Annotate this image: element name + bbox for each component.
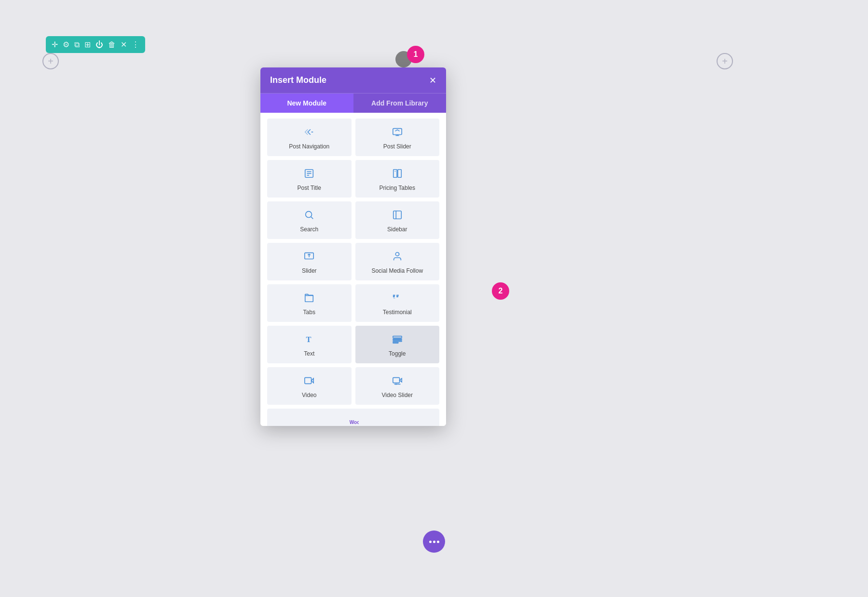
post-nav-icon [304, 127, 314, 139]
add-column-left-button[interactable]: + [42, 53, 59, 69]
video-slider-label: Video Slider [382, 392, 413, 398]
tabs-icon [304, 292, 314, 305]
svg-point-17 [395, 252, 399, 256]
post-navigation-label: Post Navigation [289, 143, 329, 150]
sidebar-icon [392, 210, 403, 222]
module-row-2: Post Title Pricing Tables [267, 160, 439, 198]
svg-rect-27 [393, 378, 400, 383]
search-label: Search [300, 226, 318, 233]
dot-3 [437, 541, 439, 543]
module-item-post-slider[interactable]: Post Slider [355, 119, 440, 156]
svg-rect-22 [393, 339, 402, 340]
svg-text:T: T [306, 335, 312, 344]
search-icon [304, 210, 314, 222]
module-row-6: T Text Toggle [267, 326, 439, 363]
svg-point-11 [306, 212, 312, 218]
bottom-dots-button[interactable] [423, 531, 445, 553]
toggle-label: Toggle [389, 350, 406, 357]
toggle-icon [392, 334, 403, 346]
modal-title: Insert Module [270, 75, 326, 85]
tab-add-from-library[interactable]: Add From Library [353, 93, 447, 113]
module-grid: Post Navigation Post Slider Post Title [260, 113, 446, 426]
module-tabs: New Module Add From Library [260, 93, 446, 113]
video-slider-icon [392, 375, 403, 388]
svg-rect-8 [393, 170, 397, 178]
module-item-testimonial[interactable]: " Testimonial [355, 284, 440, 322]
close-icon[interactable]: ✕ [121, 40, 127, 49]
module-row-4: Slider Social Media Follow [267, 243, 439, 280]
post-title-label: Post Title [298, 185, 321, 191]
modal-header: Insert Module ✕ [260, 67, 446, 93]
video-icon [304, 375, 314, 388]
video-label: Video [302, 392, 316, 398]
svg-point-30 [395, 384, 397, 385]
add-column-right-button[interactable]: + [717, 53, 733, 69]
module-item-sidebar[interactable]: Sidebar [355, 201, 440, 239]
delete-icon[interactable]: 🗑 [108, 40, 116, 49]
more-icon[interactable]: ⋮ [132, 40, 139, 49]
social-icon [392, 251, 403, 264]
module-item-social-media-follow[interactable]: Social Media Follow [355, 243, 440, 280]
module-row-7: Video Video Slider [267, 367, 439, 405]
module-item-post-navigation[interactable]: Post Navigation [267, 119, 352, 156]
module-item-video[interactable]: Video [267, 367, 352, 405]
dot-2 [433, 541, 435, 543]
module-item-woo-modules[interactable]: Woo Woo Modules [267, 409, 439, 426]
step-badge-2: 2 [492, 282, 509, 300]
move-icon[interactable]: ✛ [52, 40, 58, 49]
editor-toolbar[interactable]: ✛ ⚙ ⧉ ⊞ ⏻ 🗑 ✕ ⋮ [46, 36, 145, 53]
module-item-text[interactable]: T Text [267, 326, 352, 363]
insert-module-modal: Insert Module ✕ New Module Add From Libr… [260, 67, 446, 426]
svg-rect-21 [393, 336, 402, 338]
module-row-3: Search Sidebar [267, 201, 439, 239]
testimonial-label: Testimonial [383, 309, 412, 316]
sidebar-label: Sidebar [387, 226, 407, 233]
text-label: Text [304, 350, 314, 357]
svg-rect-13 [393, 211, 402, 219]
modal-close-button[interactable]: ✕ [429, 76, 436, 85]
woo-icon: Woo [348, 417, 359, 426]
testimonial-icon: " [392, 292, 403, 305]
svg-rect-9 [398, 170, 401, 178]
module-row-8: Woo Woo Modules [267, 409, 439, 426]
slider-label: Slider [302, 267, 317, 274]
svg-rect-18 [305, 295, 313, 302]
social-media-follow-label: Social Media Follow [371, 267, 423, 274]
module-item-pricing-tables[interactable]: Pricing Tables [355, 160, 440, 198]
pricing-tables-label: Pricing Tables [380, 185, 415, 191]
svg-rect-24 [393, 342, 398, 343]
text-icon: T [304, 334, 314, 346]
pricing-tables-icon [392, 168, 403, 181]
columns-icon[interactable]: ⊞ [84, 40, 91, 49]
svg-text:": " [393, 297, 395, 302]
post-title-icon [304, 168, 314, 181]
module-item-video-slider[interactable]: Video Slider [355, 367, 440, 405]
tab-new-module[interactable]: New Module [260, 93, 353, 113]
svg-line-12 [311, 217, 313, 219]
svg-text:Woo: Woo [349, 420, 358, 425]
dot-1 [429, 541, 432, 543]
module-row-5: Tabs " Testimonial [267, 284, 439, 322]
duplicate-icon[interactable]: ⧉ [74, 40, 80, 49]
post-slider-icon [392, 127, 403, 139]
post-slider-label: Post Slider [383, 143, 411, 150]
svg-rect-25 [305, 378, 312, 384]
module-item-slider[interactable]: Slider [267, 243, 352, 280]
module-item-toggle[interactable]: Toggle [355, 326, 440, 363]
module-item-post-title[interactable]: Post Title [267, 160, 352, 198]
step-badge-1: 1 [407, 46, 424, 63]
settings-icon[interactable]: ⚙ [63, 40, 69, 49]
svg-rect-23 [393, 341, 402, 342]
tabs-label: Tabs [303, 309, 315, 316]
module-item-tabs[interactable]: Tabs [267, 284, 352, 322]
module-item-search[interactable]: Search [267, 201, 352, 239]
power-icon[interactable]: ⏻ [95, 40, 103, 49]
slider-icon [304, 251, 314, 264]
module-row-1: Post Navigation Post Slider [267, 119, 439, 156]
